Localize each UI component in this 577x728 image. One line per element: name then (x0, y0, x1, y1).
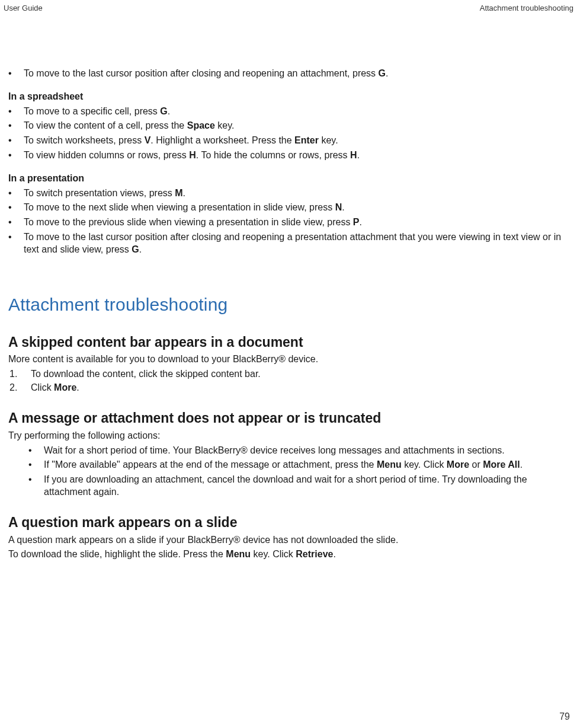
text: . To hide the columns or rows, press (196, 150, 350, 160)
text: Click (31, 382, 54, 392)
text: or (469, 459, 483, 470)
list-item: • If "More available" appears at the end… (28, 459, 575, 471)
list-item-text: To view hidden columns or rows, press H.… (24, 149, 575, 162)
list-item-text: Click More. (31, 382, 575, 394)
paragraph: To download the slide, highlight the sli… (8, 548, 575, 561)
text: To move to the previous slide when viewi… (24, 217, 353, 227)
header-right: Attachment troubleshooting (480, 4, 573, 12)
bullet-icon: • (28, 459, 44, 471)
key-label: G (160, 106, 167, 116)
list-item-text: To view the content of a cell, press the… (24, 120, 575, 132)
content-area: • To move to the last cursor position af… (8, 65, 575, 563)
bullet-icon: • (8, 187, 24, 200)
list-item: • To switch presentation views, press M. (8, 187, 575, 200)
list-item: • To move to the last cursor position af… (8, 68, 575, 80)
text: . (183, 188, 185, 198)
ordered-list-item: 1. To download the content, click the sk… (8, 368, 575, 381)
text: key. (215, 120, 235, 130)
list-item-text: To download the content, click the skipp… (31, 368, 575, 381)
key-label: More (54, 382, 76, 392)
text: If "More available" appears at the end o… (44, 459, 377, 470)
text: To switch worksheets, press (24, 135, 145, 145)
list-item: • To view hidden columns or rows, press … (8, 149, 575, 162)
list-item: • To move to the last cursor position af… (8, 231, 575, 256)
list-item: • To view the content of a cell, press t… (8, 120, 575, 132)
bullet-icon: • (8, 231, 24, 244)
text: key. Click (402, 459, 447, 470)
key-label: P (353, 217, 360, 227)
key-label: V (145, 135, 151, 145)
text: . (386, 68, 388, 78)
text: key. Click (251, 549, 296, 559)
text: To switch presentation views, press (24, 188, 175, 198)
bullet-icon: • (8, 135, 24, 147)
key-label: More All (483, 459, 520, 470)
text: key. (319, 135, 338, 145)
text: To move to a specific cell, press (24, 106, 160, 116)
section-heading: Attachment troubleshooting (8, 293, 575, 316)
text: . (342, 202, 344, 212)
page-number: 79 (559, 711, 570, 722)
text: To move to the last cursor position afte… (24, 232, 561, 254)
key-label: N (335, 202, 342, 212)
bullet-icon: • (8, 149, 24, 162)
paragraph: Try performing the following actions: (8, 430, 575, 442)
header-left: User Guide (4, 4, 43, 12)
bullet-icon: • (8, 106, 24, 118)
key-label: More (447, 459, 469, 470)
list-item: • To move to the previous slide when vie… (8, 216, 575, 229)
text: To move to the next slide when viewing a… (24, 202, 335, 212)
page: User Guide Attachment troubleshooting • … (0, 0, 577, 728)
key-label: Space (187, 120, 215, 130)
list-item-text: To switch presentation views, press M. (24, 187, 575, 200)
list-item-text: To move to a specific cell, press G. (24, 106, 575, 118)
list-item-text: To move to the last cursor position afte… (24, 231, 575, 256)
list-number: 1. (8, 368, 31, 381)
ordered-list-item: 2. Click More. (8, 382, 575, 394)
list-number: 2. (8, 382, 31, 394)
list-item-text: If you are downloading an attachment, ca… (44, 474, 575, 499)
paragraph: More content is available for you to dow… (8, 353, 575, 366)
text: . (520, 459, 522, 470)
key-label: H (350, 150, 357, 160)
subheading-spreadsheet: In a spreadsheet (8, 91, 575, 103)
bullet-icon: • (8, 120, 24, 132)
key-label: M (175, 188, 182, 198)
key-label: Menu (226, 549, 251, 559)
text: . (168, 106, 170, 116)
list-item-text: If "More available" appears at the end o… (44, 459, 575, 471)
topic-heading-skipped-content: A skipped content bar appears in a docum… (8, 334, 575, 352)
subheading-presentation: In a presentation (8, 173, 575, 185)
list-item-text: To move to the next slide when viewing a… (24, 202, 575, 214)
text: . (139, 244, 142, 254)
topic-heading-question-mark: A question mark appears on a slide (8, 514, 575, 532)
list-item-text: Wait for a short period of time. Your Bl… (44, 445, 575, 457)
text: To view the content of a cell, press the (24, 120, 187, 130)
text: To download the slide, highlight the sli… (8, 549, 226, 559)
key-label: Menu (377, 459, 402, 470)
paragraph: A question mark appears on a slide if yo… (8, 534, 575, 547)
list-item-text: To switch worksheets, press V. Highlight… (24, 135, 575, 147)
bullet-icon: • (28, 445, 44, 457)
bullet-icon: • (28, 474, 44, 486)
text: . (357, 150, 360, 160)
key-label: H (189, 150, 196, 160)
bullet-icon: • (8, 216, 24, 229)
text: . Highlight a worksheet. Press the (150, 135, 294, 145)
bullet-icon: • (8, 68, 24, 80)
list-item: • Wait for a short period of time. Your … (28, 445, 575, 457)
key-label: G (379, 68, 386, 78)
topic-heading-truncated: A message or attachment does not appear … (8, 410, 575, 427)
list-item: • To move to a specific cell, press G. (8, 106, 575, 118)
bullet-icon: • (8, 202, 24, 214)
text: . (360, 217, 362, 227)
nested-list: • Wait for a short period of time. Your … (28, 445, 575, 499)
text: To move to the last cursor position afte… (24, 68, 379, 78)
text: To view hidden columns or rows, press (24, 150, 189, 160)
key-label: Retrieve (296, 549, 333, 559)
text: . (333, 549, 335, 559)
list-item: • If you are downloading an attachment, … (28, 474, 575, 499)
list-item-text: To move to the previous slide when viewi… (24, 216, 575, 229)
list-item-text: To move to the last cursor position afte… (24, 68, 575, 80)
key-label: G (132, 244, 139, 254)
